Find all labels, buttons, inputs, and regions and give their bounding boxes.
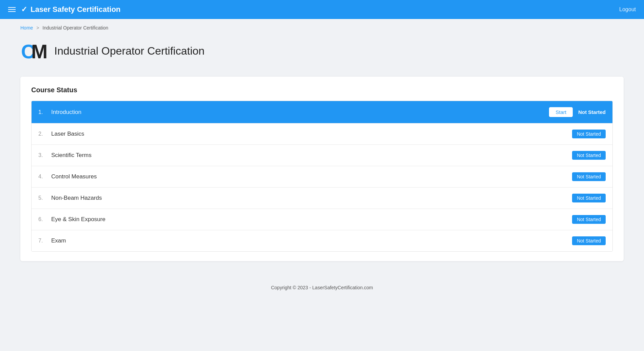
status-badge-6: Not Started [572,215,606,224]
status-badge-4: Not Started [572,172,606,181]
course-status-heading: Course Status [31,86,613,94]
course-item-1: 1. Introduction Start Not Started [32,101,612,123]
app-title: Laser Safety Certification [31,5,120,14]
breadcrumb-separator: > [36,25,39,31]
course-num-1: 1. [38,109,48,115]
course-num-4: 4. [38,174,48,180]
course-item-2: 2. Laser Basics Not Started [32,123,612,145]
course-name-4: Control Measures [51,173,97,180]
course-item-4: 4. Control Measures Not Started [32,166,612,188]
course-item-6: 6. Eye & Skin Exposure Not Started [32,209,612,230]
course-logo: C M [20,37,48,64]
course-name-6: Eye & Skin Exposure [51,216,106,223]
course-item-right-1: Start Not Started [549,107,606,117]
course-name-3: Scientific Terms [51,152,92,159]
course-item-right-5: Not Started [572,194,606,202]
course-num-2: 2. [38,131,48,137]
breadcrumb: Home > Industrial Operator Certification [0,19,644,34]
svg-text:M: M [31,40,48,62]
course-item-5: 5. Non-Beam Hazards Not Started [32,188,612,209]
course-item-left-1: 1. Introduction [38,109,81,116]
course-name-7: Exam [51,237,66,244]
course-item-left-2: 2. Laser Basics [38,131,84,137]
course-list: 1. Introduction Start Not Started 2. Las… [31,101,613,252]
checkmark-icon: ✓ [21,5,27,14]
course-item-left-4: 4. Control Measures [38,173,97,180]
course-item-right-3: Not Started [572,151,606,160]
course-item-3: 3. Scientific Terms Not Started [32,145,612,166]
start-button-1[interactable]: Start [549,107,573,117]
course-num-3: 3. [38,152,48,158]
footer: Copyright © 2023 - LaserSafetyCertificat… [0,275,644,300]
course-name-5: Non-Beam Hazards [51,195,102,201]
course-item-7: 7. Exam Not Started [32,230,612,251]
status-badge-1: Not Started [578,108,606,117]
course-item-right-7: Not Started [572,236,606,245]
course-item-right-6: Not Started [572,215,606,224]
course-item-left-6: 6. Eye & Skin Exposure [38,216,106,223]
course-name-2: Laser Basics [51,131,84,137]
course-title: Industrial Operator Certification [54,45,205,57]
hamburger-menu-icon[interactable] [8,7,16,12]
breadcrumb-home[interactable]: Home [20,25,33,31]
course-item-left-5: 5. Non-Beam Hazards [38,195,102,201]
course-item-left-7: 7. Exam [38,237,66,244]
main-content: C M Industrial Operator Certification Co… [0,34,644,275]
course-status-card: Course Status 1. Introduction Start Not … [20,77,624,261]
header-title-group: ✓ Laser Safety Certification [21,5,120,14]
course-name-1: Introduction [51,109,81,116]
course-item-right-2: Not Started [572,130,606,138]
course-item-right-4: Not Started [572,172,606,181]
header-left: ✓ Laser Safety Certification [8,5,120,14]
course-item-left-3: 3. Scientific Terms [38,152,92,159]
app-header: ✓ Laser Safety Certification Logout [0,0,644,19]
footer-text: Copyright © 2023 - LaserSafetyCertificat… [271,285,373,290]
logout-button[interactable]: Logout [619,6,636,13]
status-badge-7: Not Started [572,236,606,245]
breadcrumb-current: Industrial Operator Certification [42,25,108,31]
status-badge-2: Not Started [572,130,606,138]
course-num-7: 7. [38,238,48,244]
status-badge-3: Not Started [572,151,606,160]
course-num-5: 5. [38,195,48,201]
status-badge-5: Not Started [572,194,606,202]
course-header: C M Industrial Operator Certification [20,37,624,64]
course-num-6: 6. [38,216,48,222]
